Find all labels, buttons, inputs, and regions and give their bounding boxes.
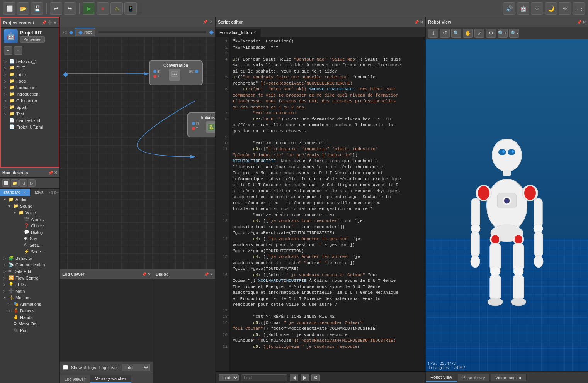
box-lib-new-btn[interactable]: ⬜ xyxy=(2,179,10,187)
box-lib-folder-btn[interactable]: 📁 xyxy=(11,179,19,187)
tree-item-orientation[interactable]: ▷ 📁 Orientation xyxy=(1,97,59,104)
project-close-icon[interactable]: ✕ xyxy=(53,20,56,25)
script-tab-formation[interactable]: Formation_frf.top ✕ xyxy=(216,29,261,37)
volume-button[interactable]: 🔊 xyxy=(503,2,515,15)
robot-move-btn[interactable]: ⤢ xyxy=(474,29,484,38)
tree-item-food[interactable]: ▷ 📁 Food xyxy=(1,78,59,84)
log-pin-icon[interactable]: 📌 xyxy=(142,272,146,276)
box-lib-back-btn[interactable]: ◁ xyxy=(19,179,27,187)
tree-item-behavior1[interactable]: ▷ 📄 behavior_1 xyxy=(1,58,59,64)
tree-item-introduction[interactable]: ▷ 📁 Introduction xyxy=(1,91,59,97)
lib-item-motoron[interactable]: ⚙ Motor On... xyxy=(0,320,59,327)
code-content[interactable]: "kw">topic: ~Formation() "kw">language: … xyxy=(229,37,425,371)
find-next-btn[interactable]: ▶ xyxy=(301,374,309,381)
log-tab-memory[interactable]: Memory watcher xyxy=(90,375,131,383)
lib-item-voice[interactable]: ▼ 📁 Voice xyxy=(0,209,59,216)
save-button[interactable]: 💾 xyxy=(31,2,43,15)
tree-item-dut[interactable]: ▷ 📁 DUT xyxy=(1,64,59,71)
lib-item-port[interactable]: 🔌 Port xyxy=(0,327,59,334)
lib-item-motions[interactable]: ▼ 🤸 Motions xyxy=(0,294,59,301)
heart-button[interactable]: ♡ xyxy=(531,2,543,15)
new-button[interactable]: ⬜ xyxy=(3,2,15,15)
lib-item-animations[interactable]: ▷ 🎭 Animations xyxy=(0,301,59,307)
lib-item-choice[interactable]: ❓ Choice xyxy=(0,222,59,229)
settings-button[interactable]: ⚙ xyxy=(559,2,571,15)
lib-item-dialog[interactable]: 💬 Dialog xyxy=(0,229,59,236)
tab-add[interactable]: ◁ xyxy=(48,189,53,196)
properties-button[interactable]: Properties xyxy=(20,36,45,43)
nav-root-crumb[interactable]: ◆ root xyxy=(75,28,95,36)
robot-rotate-btn[interactable]: ↺ xyxy=(440,29,450,38)
robot-close-icon[interactable]: ✕ xyxy=(583,20,586,24)
tree-item-pml[interactable]: 📄 Projet IUT.pml xyxy=(1,124,59,130)
lib-item-anim[interactable]: 🎬 Anim... xyxy=(0,216,59,222)
tree-item-formation[interactable]: ▷ 📁 Formation xyxy=(1,84,59,91)
robot-footer-tab-video[interactable]: Video monitor xyxy=(491,374,527,381)
script-close-icon[interactable]: ✕ xyxy=(420,20,423,24)
tab-fwd[interactable]: ▷ xyxy=(53,189,59,196)
canvas-pin-icon[interactable]: 📌 xyxy=(203,20,207,24)
warning-button[interactable]: ⚠ xyxy=(110,2,123,15)
lib-item-spee[interactable]: ⚡ Spee... xyxy=(0,248,59,255)
phone-button[interactable]: 📱 xyxy=(124,2,137,15)
script-pin-icon[interactable]: 📌 xyxy=(414,20,419,24)
robot-pan-btn[interactable]: ✋ xyxy=(463,29,473,38)
tree-item-sport[interactable]: ▷ 📁 Sport xyxy=(1,104,59,110)
open-button[interactable]: 📂 xyxy=(17,2,29,15)
project-pin-icon[interactable]: 📌 xyxy=(42,20,46,25)
find-settings-btn[interactable]: ⚙ xyxy=(311,374,320,381)
lib-item-say[interactable]: 🗣 Say xyxy=(0,236,59,242)
log-tab-viewer[interactable]: Log viewer xyxy=(60,375,90,383)
show-all-logs-checkbox[interactable] xyxy=(63,365,68,370)
dialog-pin-icon[interactable]: 📌 xyxy=(204,272,209,276)
log-level-select[interactable]: Info Debug Warning Error xyxy=(122,364,150,371)
lib-item-communication[interactable]: ▷ 📡 Communication xyxy=(0,261,59,268)
robot-footer-tab-pose[interactable]: Pose library xyxy=(458,374,490,381)
lib-item-math[interactable]: ▷ ➕ Math xyxy=(0,288,59,294)
lib-item-behavior[interactable]: ▷ 🧩 Behavior xyxy=(0,255,59,261)
run-button[interactable]: ▶ xyxy=(83,2,95,15)
moon-button[interactable]: 🌙 xyxy=(545,2,557,15)
box-lib-forward-btn[interactable]: ▷ xyxy=(28,179,36,187)
robot-footer-tab-view[interactable]: Robot View xyxy=(426,373,457,382)
conversation-node[interactable]: Conversation in × xyxy=(149,60,203,85)
nav-back-arrow[interactable]: ◁ xyxy=(61,29,68,35)
lib-item-hands[interactable]: 🤚 Hands xyxy=(0,314,59,320)
tab-standard[interactable]: standard ✕ xyxy=(0,189,31,196)
find-prev-btn[interactable]: ◀ xyxy=(290,374,298,381)
lib-item-dataedit[interactable]: ▷ ✏ Data Edit xyxy=(0,268,59,275)
remove-item-button[interactable]: − xyxy=(14,46,22,55)
robot-zoom-btn[interactable]: 🔍 xyxy=(451,29,461,38)
tab-standard-close[interactable]: ✕ xyxy=(23,191,26,195)
find-direction-select[interactable]: Find xyxy=(219,374,239,381)
lib-item-leds[interactable]: ▷ 💡 LEDs xyxy=(0,281,59,288)
lib-item-dances[interactable]: ▷ 💃 Dances xyxy=(0,307,59,314)
tree-item-test[interactable]: ▷ 📁 Test xyxy=(1,110,59,117)
find-input[interactable] xyxy=(241,374,287,381)
canvas-scroll-container[interactable]: ◆ Conversation in × xyxy=(60,37,215,269)
grid-button[interactable]: ⋮⋮ xyxy=(573,2,585,15)
stop-button[interactable]: ■ xyxy=(97,2,109,15)
tree-item-edite[interactable]: ▷ 📁 Edite xyxy=(1,71,59,78)
canvas-close-icon[interactable]: ✕ xyxy=(210,20,213,24)
robot-pin-icon[interactable]: 📌 xyxy=(577,20,581,24)
initialisation-node[interactable]: Initialisation in × 🐍 xyxy=(187,112,215,137)
dialog-close-icon[interactable]: ✕ xyxy=(210,272,213,276)
redo-button[interactable]: ↪ xyxy=(64,2,76,15)
lib-item-sound[interactable]: ▼ 📁 Sound xyxy=(0,203,59,209)
log-close-icon[interactable]: ✕ xyxy=(148,272,151,276)
box-close-icon[interactable]: ✕ xyxy=(54,171,57,175)
robot-zoomin-btn[interactable]: 🔍+ xyxy=(498,29,508,38)
robot-zoomout-btn[interactable]: 🔍- xyxy=(509,29,519,38)
robot-settings2-btn[interactable]: ⚙ xyxy=(486,29,496,38)
project-plus-icon[interactable]: ➕ xyxy=(48,20,52,25)
lib-item-flowcontrol[interactable]: ▷ 🔀 Flow Control xyxy=(0,275,59,281)
lib-item-audio[interactable]: ▼ 📁 Audio xyxy=(0,196,59,203)
undo-button[interactable]: ↩ xyxy=(50,2,62,15)
robot-info-btn[interactable]: ℹ xyxy=(428,29,438,38)
robot-canvas[interactable]: FPS: 25.4777 Triangles: 74947 xyxy=(426,39,588,371)
box-pin-icon[interactable]: 📌 xyxy=(48,171,53,175)
tree-item-manifest[interactable]: 📄 manifest.xml xyxy=(1,117,59,124)
add-item-button[interactable]: + xyxy=(4,46,12,55)
robot-connect-button[interactable]: 🤖 xyxy=(517,2,529,15)
